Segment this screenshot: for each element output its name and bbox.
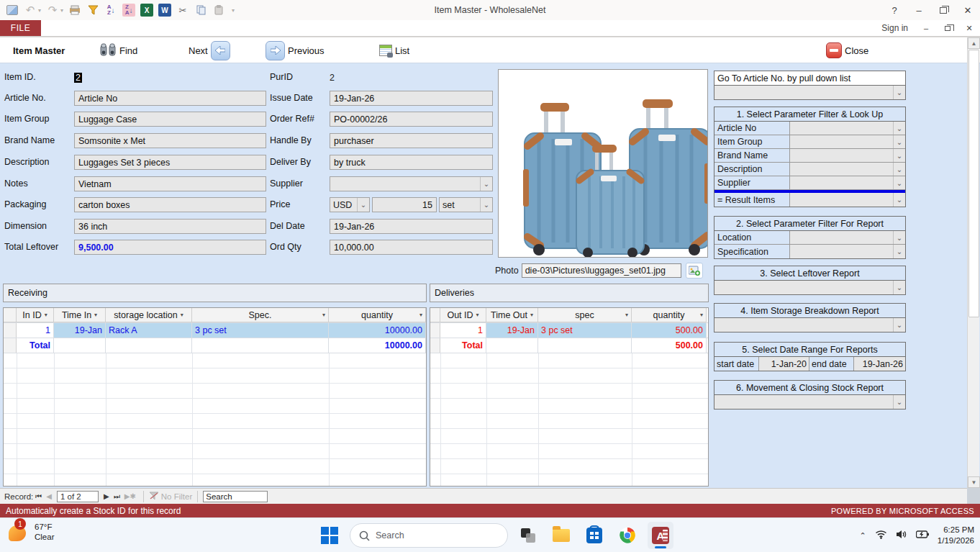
no-filter-icon[interactable] <box>149 492 159 502</box>
paste-icon[interactable] <box>212 4 225 17</box>
weather-widget[interactable]: 1 67°F Clear <box>7 521 54 543</box>
tray-expand-icon[interactable]: ⌃ <box>860 531 866 540</box>
result-items-dropdown[interactable]: ⌄ <box>790 193 905 207</box>
scroll-down-icon[interactable]: ▼ <box>968 476 980 488</box>
chrome-button[interactable] <box>614 522 640 549</box>
col-time-out[interactable]: Time Out▾ <box>486 308 538 322</box>
leftover-report-dropdown[interactable]: ⌄ <box>714 281 905 294</box>
microsoft-store-button[interactable] <box>581 522 607 549</box>
new-record-button[interactable]: ▶✱ <box>124 492 136 500</box>
del-date-field[interactable]: 19-Jan-26 <box>330 219 493 234</box>
close-form-button[interactable]: Close <box>826 37 868 63</box>
sort-descending-icon[interactable]: ZA↓ <box>122 4 135 17</box>
add-photo-button[interactable] <box>686 263 703 279</box>
list-button[interactable]: List <box>379 37 409 63</box>
movement-report-dropdown[interactable]: ⌄ <box>714 395 905 409</box>
taskbar-clock[interactable]: 6:25 PM 1/19/2026 <box>938 525 974 546</box>
volume-icon[interactable] <box>896 530 907 541</box>
col-spec[interactable]: Spec.▾ <box>192 308 329 322</box>
file-tab[interactable]: FILE <box>0 20 41 36</box>
receiving-data-row[interactable]: 1 19-Jan Rack A 3 pc set 10000.00 <box>4 323 426 338</box>
col-spec[interactable]: spec▾ <box>538 308 632 322</box>
undo-button[interactable]: ↶ <box>24 4 37 17</box>
close-window-button[interactable]: ✕ <box>956 0 980 20</box>
print-preview-icon[interactable] <box>68 4 81 17</box>
supplier-dropdown[interactable]: ⌄ <box>330 176 493 191</box>
first-record-button[interactable]: ⏮ <box>35 492 42 501</box>
doc-restore-button[interactable] <box>937 20 958 36</box>
row-selector-header[interactable] <box>430 308 440 322</box>
issue-date-field[interactable]: 19-Jan-26 <box>330 91 493 106</box>
restore-button[interactable] <box>931 0 956 20</box>
col-out-id[interactable]: Out ID▾ <box>440 308 486 322</box>
find-button[interactable]: Find <box>99 37 137 63</box>
export-excel-icon[interactable]: X <box>140 4 153 17</box>
undo-dropdown-icon[interactable]: ▾ <box>38 7 41 14</box>
unit-dropdown[interactable]: set ⌄ <box>439 197 493 212</box>
notes-field[interactable]: Vietnam <box>74 176 266 191</box>
sign-in-link[interactable]: Sign in <box>881 23 908 33</box>
help-button[interactable]: ? <box>882 0 907 20</box>
row-selector-header[interactable] <box>4 308 17 322</box>
file-explorer-button[interactable] <box>548 522 574 549</box>
dimension-field[interactable]: 36 inch <box>74 219 266 234</box>
item-group-field[interactable]: Luggage Case <box>74 112 266 127</box>
report-specification-dropdown[interactable]: ⌄ <box>790 245 905 258</box>
report-location-dropdown[interactable]: ⌄ <box>790 231 905 244</box>
col-storage-location[interactable]: storage location▾ <box>106 308 192 322</box>
vertical-scrollbar[interactable]: ▲ ▼ <box>967 37 979 488</box>
end-date-field[interactable]: 19-Jan-26 <box>854 357 905 371</box>
storage-breakdown-dropdown[interactable]: ⌄ <box>714 318 905 332</box>
col-quantity[interactable]: quantity▾ <box>329 308 426 322</box>
deliver-by-field[interactable]: by truck <box>330 155 493 170</box>
scroll-up-icon[interactable]: ▲ <box>968 37 980 49</box>
scrollbar-thumb[interactable] <box>968 50 979 317</box>
previous-record-button[interactable]: ◀ <box>46 492 52 500</box>
row-selector[interactable] <box>4 323 17 338</box>
row-selector[interactable] <box>430 323 440 338</box>
col-in-id[interactable]: In ID▾ <box>17 308 54 322</box>
redo-dropdown-icon[interactable]: ▾ <box>60 7 63 14</box>
handle-by-field[interactable]: purchaser <box>330 133 493 148</box>
price-amount-field[interactable]: 15 <box>372 197 437 212</box>
start-button[interactable] <box>317 522 342 549</box>
currency-dropdown[interactable]: USD ⌄ <box>330 197 370 212</box>
no-filter-label[interactable]: No Filter <box>161 492 192 501</box>
filter-supplier-dropdown[interactable]: ⌄ <box>790 176 905 189</box>
total-leftover-field[interactable]: 9,500.00 <box>74 240 266 255</box>
deliveries-data-row[interactable]: 1 19-Jan 3 pc set 500.00 <box>430 323 708 338</box>
record-position[interactable]: 1 of 2 <box>57 491 99 502</box>
start-date-field[interactable]: 1-Jan-20 <box>759 357 809 371</box>
taskbar-search[interactable]: Search <box>350 523 508 548</box>
filter-item-group-dropdown[interactable]: ⌄ <box>790 135 905 148</box>
filter-icon[interactable] <box>86 4 99 17</box>
doc-minimize-button[interactable]: – <box>915 20 937 36</box>
col-quantity[interactable]: quantity▾ <box>632 308 707 322</box>
battery-icon[interactable] <box>916 530 929 540</box>
redo-button[interactable]: ↷ <box>46 4 59 17</box>
next-record-button[interactable]: ▶ <box>104 492 109 500</box>
photo-path-field[interactable]: die-03\Pictures\luggages_set01.jpg <box>522 263 681 278</box>
doc-close-button[interactable]: ✕ <box>958 20 980 36</box>
item-id-value[interactable]: 2 <box>74 70 82 85</box>
filter-article-no-dropdown[interactable]: ⌄ <box>790 122 905 135</box>
description-field[interactable]: Luggages Set 3 pieces <box>74 155 266 170</box>
export-word-icon[interactable]: W <box>158 4 171 17</box>
ord-qty-field[interactable]: 10,000.00 <box>330 240 493 255</box>
sort-ascending-icon[interactable]: AZ↓ <box>104 4 117 17</box>
customize-qat-icon[interactable]: ▾ <box>232 7 235 14</box>
task-view-button[interactable] <box>515 522 541 549</box>
cut-icon[interactable]: ✂ <box>176 4 189 17</box>
filter-description-dropdown[interactable]: ⌄ <box>790 163 905 176</box>
wifi-icon[interactable] <box>875 530 887 541</box>
col-time-in[interactable]: Time In▾ <box>54 308 106 322</box>
previous-button[interactable]: Previous <box>266 37 325 63</box>
minimize-button[interactable]: – <box>907 0 931 20</box>
last-record-button[interactable]: ⏭ <box>114 492 120 501</box>
record-search-input[interactable] <box>203 491 268 502</box>
next-button[interactable]: Next <box>189 37 230 63</box>
filter-brand-name-dropdown[interactable]: ⌄ <box>790 149 905 162</box>
access-app-button[interactable]: A <box>648 522 673 549</box>
article-no-field[interactable]: Article No <box>74 91 266 106</box>
goto-article-dropdown[interactable]: ⌄ <box>714 86 905 99</box>
